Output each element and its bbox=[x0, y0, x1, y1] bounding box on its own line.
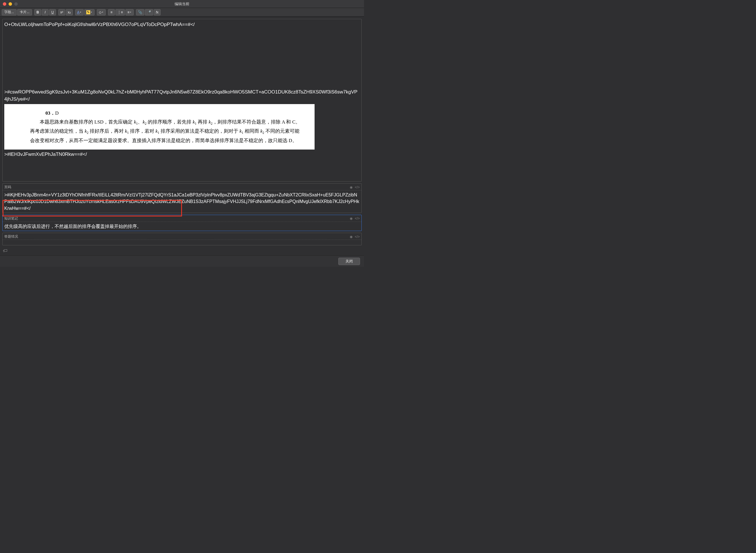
code-icon[interactable]: </> bbox=[355, 185, 360, 189]
code-icon[interactable]: </> bbox=[355, 217, 360, 221]
paperclip-icon: 📎 bbox=[138, 10, 142, 14]
explanation-image: 03．D 本题思路来自基数排序的 LSD，首先应确定 k1、k2 的排序顺序，若… bbox=[4, 104, 314, 150]
notes-field[interactable]: 知识笔记 ◉ </> 优先级高的应该后进行，不然越后面的排序会覆盖掉最开始的排序… bbox=[2, 215, 362, 231]
close-window-button[interactable] bbox=[3, 2, 6, 6]
window-title: 编辑当前 bbox=[175, 1, 189, 7]
minimize-window-button[interactable] bbox=[9, 2, 12, 6]
hash-block-2: >#lEH3vJFwmXvEPhJaTN0Rkw==#</ bbox=[4, 151, 360, 158]
highlight-button[interactable]: ✎▾ bbox=[84, 9, 95, 15]
page-number-field[interactable]: 页码 ◉ </> >#iKjHEHv3pJBnm4n+VY1z3tDYhONfn… bbox=[2, 183, 362, 213]
eye-icon[interactable]: ◉ bbox=[350, 185, 353, 189]
equation-button[interactable]: fx bbox=[154, 9, 161, 15]
page-number-label: 页码 bbox=[4, 185, 11, 189]
toolbar: 字段... 卡片... B I U x² x₂ A▾ ✎▾ ◇▾ ≡ ⋮≡ ≡▾… bbox=[0, 8, 364, 17]
question-answer: D bbox=[55, 110, 59, 116]
superscript-button[interactable]: x² bbox=[58, 9, 65, 15]
question-number: 03． bbox=[45, 110, 55, 116]
notes-label: 知识笔记 bbox=[4, 216, 18, 221]
truncated-top-line: O+OtvLWLoIjhwmToPoPpf+oiKojlGf/shwl6rVzP… bbox=[4, 21, 360, 28]
numbered-list-icon: ⋮≡ bbox=[117, 10, 123, 14]
answer-status-value[interactable] bbox=[3, 240, 361, 245]
close-button[interactable]: 关闭 bbox=[338, 258, 360, 265]
alignment-button[interactable]: ≡▾ bbox=[125, 9, 134, 15]
eye-icon[interactable]: ◉ bbox=[350, 217, 353, 221]
ordered-list-button[interactable]: ⋮≡ bbox=[115, 9, 125, 15]
record-button[interactable]: 🎤 bbox=[145, 9, 153, 15]
traffic-lights bbox=[0, 2, 18, 6]
bold-button[interactable]: B bbox=[34, 9, 41, 15]
code-icon[interactable]: </> bbox=[355, 235, 360, 239]
fx-icon: fx bbox=[156, 10, 158, 14]
maximize-window-button[interactable] bbox=[14, 2, 18, 6]
answer-status-label: 答题情况 bbox=[4, 234, 18, 239]
fields-button[interactable]: 字段... bbox=[2, 9, 17, 15]
bullet-list-icon: ≡ bbox=[111, 10, 113, 14]
cards-button[interactable]: 卡片... bbox=[17, 9, 32, 15]
footer: 关闭 bbox=[0, 255, 364, 267]
italic-button[interactable]: I bbox=[42, 9, 49, 15]
notes-value[interactable]: 优先级高的应该后进行，不然越后面的排序会覆盖掉最开始的排序。 bbox=[3, 222, 361, 231]
subscript-button[interactable]: x₂ bbox=[66, 9, 73, 15]
eye-icon[interactable]: ◉ bbox=[350, 235, 353, 239]
eraser-button[interactable]: ◇▾ bbox=[97, 9, 106, 15]
page-number-value[interactable]: >#iKjHEHv3pJBnm4n+VY1z3tDYhONfnhfFRx/tIE… bbox=[3, 190, 361, 213]
tag-icon[interactable]: 🏷 bbox=[3, 248, 7, 253]
titlebar: 编辑当前 bbox=[0, 0, 364, 8]
attachment-button[interactable]: 📎 bbox=[136, 9, 144, 15]
align-icon: ≡ bbox=[127, 10, 129, 14]
unordered-list-button[interactable]: ≡ bbox=[108, 9, 115, 15]
content-area: O+OtvLWLoIjhwmToPoPpf+oiKojlGf/shwl6rVzP… bbox=[0, 17, 364, 256]
text-color-button[interactable]: A▾ bbox=[75, 9, 84, 15]
microphone-icon: 🎤 bbox=[147, 10, 151, 14]
hash-block-1: >#cswROPP6wvedSgK9zsJvt+3KuM1Zg8oNvQ0kL7… bbox=[4, 88, 360, 103]
eraser-icon: ◇ bbox=[99, 10, 101, 14]
underline-button[interactable]: U bbox=[49, 9, 56, 15]
answer-status-field[interactable]: 答题情况 ◉ </> bbox=[2, 233, 362, 245]
main-field[interactable]: O+OtvLWLoIjhwmToPoPpf+oiKojlGf/shwl6rVzP… bbox=[2, 19, 362, 181]
tags-row[interactable]: 🏷 bbox=[2, 247, 362, 253]
